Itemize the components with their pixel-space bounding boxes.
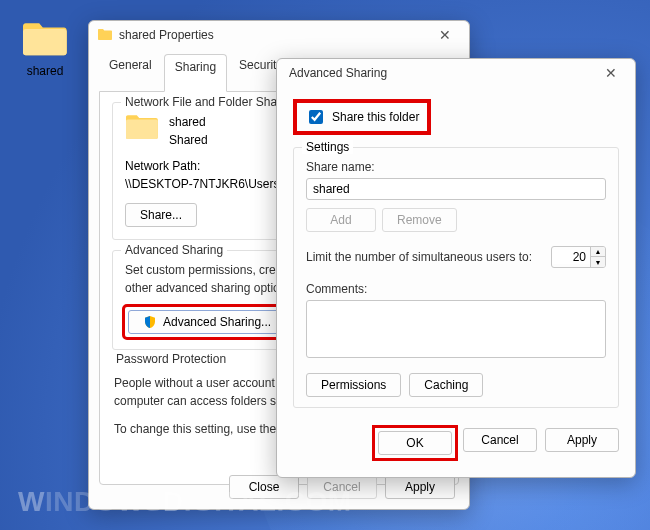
properties-title: shared Properties <box>119 28 427 42</box>
advanced-sharing-body: Share this folder Settings Share name: A… <box>277 87 635 418</box>
share-this-folder-input[interactable] <box>309 110 323 124</box>
tab-general[interactable]: General <box>99 53 162 91</box>
share-status-text: Shared <box>169 131 208 149</box>
add-share-button: Add <box>306 208 376 232</box>
spinner-up[interactable]: ▲ <box>591 246 605 257</box>
advanced-sharing-button[interactable]: Advanced Sharing... <box>128 310 286 334</box>
group-legend: Advanced Sharing <box>121 243 227 257</box>
highlight-advanced-sharing: Advanced Sharing... <box>125 307 289 337</box>
remove-share-button: Remove <box>382 208 457 232</box>
shield-icon <box>143 315 157 329</box>
share-name-input[interactable] <box>306 178 606 200</box>
limit-users-spinner[interactable]: ▲ ▼ <box>551 246 606 268</box>
desktop-folder-shared[interactable]: shared <box>14 20 76 78</box>
advanced-sharing-button-label: Advanced Sharing... <box>163 315 271 329</box>
share-this-folder-checkbox[interactable]: Share this folder <box>305 107 419 127</box>
advanced-sharing-titlebar: Advanced Sharing ✕ <box>277 59 635 87</box>
password-change-pretext: To change this setting, use the <box>114 422 279 436</box>
comments-input[interactable] <box>306 300 606 358</box>
caching-button[interactable]: Caching <box>409 373 483 397</box>
folder-icon <box>21 20 69 58</box>
ok-button[interactable]: OK <box>378 431 452 455</box>
share-this-folder-label: Share this folder <box>332 110 419 124</box>
tab-sharing[interactable]: Sharing <box>164 54 227 92</box>
watermark: WINDOWSDIGITAL.COM <box>18 486 352 518</box>
settings-fieldset: Settings Share name: Add Remove Limit th… <box>293 147 619 408</box>
watermark-text: INDOWS <box>45 486 163 517</box>
desktop-folder-label: shared <box>14 64 76 78</box>
folder-icon <box>97 27 113 43</box>
highlight-ok-button: OK <box>375 428 455 458</box>
spinner-down[interactable]: ▼ <box>591 257 605 268</box>
settings-legend: Settings <box>302 140 353 154</box>
advanced-sharing-bottom-buttons: OK Cancel Apply <box>277 418 635 472</box>
limit-users-input[interactable] <box>552 250 590 264</box>
close-button[interactable]: ✕ <box>593 62 629 84</box>
group-legend: Password Protection <box>112 352 230 366</box>
limit-users-label: Limit the number of simultaneous users t… <box>306 250 532 264</box>
advanced-sharing-dialog: Advanced Sharing ✕ Share this folder Set… <box>276 58 636 478</box>
advanced-sharing-title: Advanced Sharing <box>285 66 593 80</box>
share-name-label: Share name: <box>306 160 606 174</box>
properties-titlebar: shared Properties ✕ <box>89 21 469 49</box>
highlight-share-checkbox: Share this folder <box>293 99 431 135</box>
apply-button[interactable]: Apply <box>545 428 619 452</box>
share-button[interactable]: Share... <box>125 203 197 227</box>
comments-label: Comments: <box>306 282 606 296</box>
apply-button[interactable]: Apply <box>385 475 455 499</box>
share-name-text: shared <box>169 113 208 131</box>
permissions-button[interactable]: Permissions <box>306 373 401 397</box>
group-legend: Network File and Folder Sharing <box>121 95 301 109</box>
folder-icon <box>125 113 159 143</box>
cancel-button[interactable]: Cancel <box>463 428 537 452</box>
close-button[interactable]: ✕ <box>427 24 463 46</box>
